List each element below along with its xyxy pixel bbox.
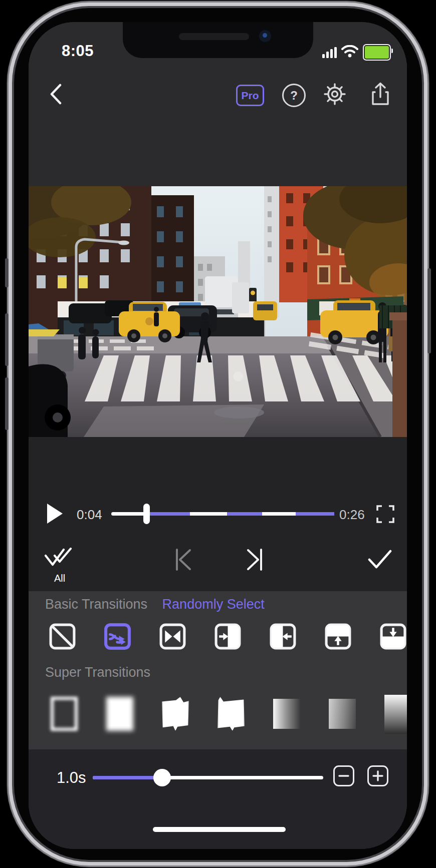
gear-icon: [324, 83, 346, 105]
share-button[interactable]: [368, 81, 392, 107]
super-transition-frame-blur[interactable]: [51, 697, 78, 731]
play-icon: [46, 503, 64, 525]
back-button[interactable]: [45, 81, 67, 107]
apply-all-label: All: [45, 573, 74, 584]
front-camera: [259, 30, 271, 42]
super-transition-fade-soft[interactable]: [329, 699, 356, 729]
super-transitions-row: [51, 697, 407, 734]
transition-none[interactable]: [48, 622, 77, 651]
clip-nav-row: All: [29, 547, 407, 587]
battery-icon: [363, 44, 391, 61]
basic-transitions-header: Basic Transitions Randomly Select: [45, 597, 265, 612]
previous-clip-button[interactable]: [175, 549, 192, 573]
transition-random-shuffle[interactable]: [103, 622, 132, 651]
player-controls: 0:04 0:26: [29, 499, 407, 531]
randomly-select-link[interactable]: Randomly Select: [162, 597, 265, 612]
super-transition-fade-horizontal[interactable]: [273, 699, 300, 729]
settings-button[interactable]: [323, 81, 346, 107]
duration-increase-button[interactable]: [367, 765, 388, 786]
pro-badge[interactable]: Pro: [236, 85, 264, 106]
super-transition-fade-vertical[interactable]: [384, 695, 407, 734]
progress-segment: [262, 512, 296, 516]
mute-switch[interactable]: [5, 258, 9, 287]
toolbar: Pro ?: [29, 81, 407, 107]
wifi-icon: [341, 45, 358, 60]
notch: [123, 22, 313, 58]
duration-decrease-button[interactable]: [333, 765, 354, 786]
signal-bars-icon: [322, 47, 337, 58]
minus-icon: [338, 770, 350, 782]
progress-segment: [146, 512, 190, 516]
speaker-grille: [179, 33, 249, 40]
progress-segment: [111, 512, 146, 516]
skip-next-icon: [246, 549, 263, 571]
progress-track[interactable]: [111, 512, 334, 516]
status-time: 8:05: [62, 42, 94, 60]
duration-slider[interactable]: [93, 776, 323, 779]
home-indicator[interactable]: [153, 827, 286, 832]
help-button[interactable]: ?: [282, 84, 306, 107]
power-button[interactable]: [427, 268, 431, 353]
plus-icon: [372, 770, 384, 782]
next-clip-button[interactable]: [246, 549, 263, 573]
super-transition-paper-tear-1[interactable]: [162, 697, 189, 731]
super-transition-white-flash[interactable]: [106, 697, 133, 731]
pro-badge-label: Pro: [241, 90, 259, 102]
transition-slide-down[interactable]: [379, 622, 407, 651]
duration-value: 1.0s: [57, 769, 86, 787]
skip-previous-icon: [175, 549, 192, 571]
progress-segment: [227, 512, 262, 516]
confirm-button[interactable]: [367, 550, 392, 572]
playhead[interactable]: [143, 504, 150, 524]
app-screen: 8:05: [29, 22, 407, 849]
share-up-icon: [370, 82, 390, 106]
check-icon: [367, 550, 392, 570]
street-scene: STARBUCKS COFFEE: [29, 186, 407, 437]
volume-down-button[interactable]: [5, 377, 9, 430]
progress-segment: [296, 512, 334, 516]
progress-segment: [190, 512, 228, 516]
fullscreen-corners-icon: [376, 505, 394, 523]
super-transition-paper-tear-2[interactable]: [217, 697, 245, 731]
basic-transitions-row: [48, 622, 407, 651]
play-button[interactable]: [46, 503, 64, 527]
video-preview[interactable]: STARBUCKS COFFEE: [29, 186, 407, 437]
duration-fill: [93, 776, 162, 779]
fullscreen-button[interactable]: [376, 505, 394, 525]
volume-up-button[interactable]: [5, 313, 9, 366]
chevron-left-icon: [49, 84, 62, 105]
basic-transitions-title: Basic Transitions: [45, 597, 147, 612]
transition-mirror[interactable]: [158, 622, 187, 651]
super-transitions-title: Super Transitions: [45, 665, 150, 680]
apply-all-button[interactable]: [44, 548, 75, 573]
double-check-icon: [44, 548, 75, 571]
total-time: 0:26: [339, 507, 365, 523]
transition-slide-left[interactable]: [269, 622, 297, 651]
transition-slide-up[interactable]: [324, 622, 352, 651]
current-time: 0:04: [77, 507, 102, 523]
transition-slide-right[interactable]: [213, 622, 242, 651]
duration-thumb[interactable]: [153, 769, 171, 786]
duration-row: 1.0s: [29, 762, 407, 794]
status-icons: [322, 44, 391, 61]
phone-frame: 8:05: [14, 8, 422, 860]
